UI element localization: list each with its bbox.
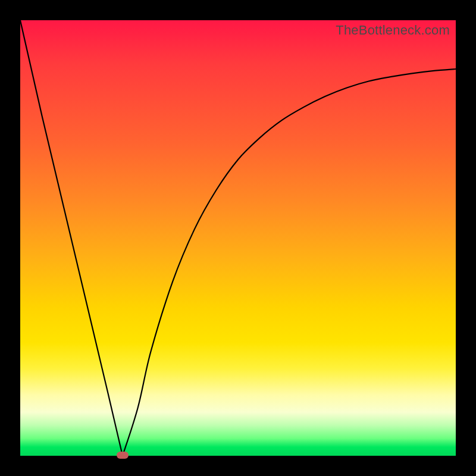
plot-area: TheBottleneck.com	[20, 20, 456, 456]
chart-frame: TheBottleneck.com	[0, 0, 476, 476]
curve-path	[20, 20, 456, 456]
minimum-marker	[117, 452, 129, 459]
bottleneck-curve	[20, 20, 456, 456]
